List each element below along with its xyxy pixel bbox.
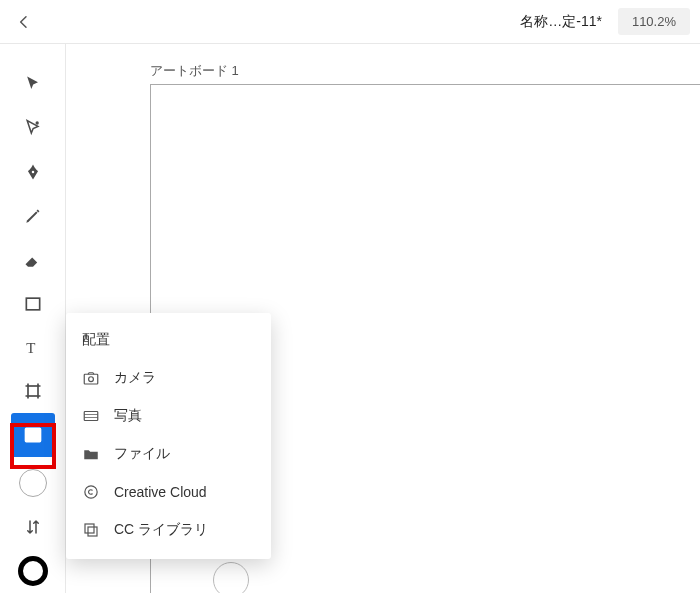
- popup-item-camera[interactable]: カメラ: [68, 359, 269, 397]
- back-button[interactable]: [10, 8, 38, 36]
- artboard-icon: [23, 381, 43, 401]
- swap-fill-stroke[interactable]: [11, 505, 55, 549]
- selection-tool[interactable]: [11, 62, 55, 106]
- folder-icon: [82, 445, 100, 463]
- svg-text:T: T: [26, 340, 35, 356]
- pen-icon: [23, 162, 43, 182]
- popup-item-files[interactable]: ファイル: [68, 435, 269, 473]
- type-tool[interactable]: T: [11, 326, 55, 370]
- artboard-tool[interactable]: [11, 369, 55, 413]
- pointer-icon: [23, 74, 43, 94]
- svg-point-0: [35, 121, 38, 124]
- svg-point-1: [31, 171, 34, 174]
- artboard-label: アートボード 1: [150, 62, 239, 80]
- shape-tool[interactable]: [11, 282, 55, 326]
- popup-item-creative-cloud[interactable]: Creative Cloud: [68, 473, 269, 511]
- popup-item-photos[interactable]: 写真: [68, 397, 269, 435]
- svg-rect-2: [26, 298, 39, 310]
- document-title: 名称…定-11*: [520, 13, 602, 31]
- image-icon: [23, 425, 43, 445]
- secondary-swatch[interactable]: [213, 562, 249, 593]
- type-icon: T: [23, 337, 43, 357]
- pen-tool[interactable]: [11, 150, 55, 194]
- popup-item-cc-libraries[interactable]: CC ライブラリ: [68, 511, 269, 549]
- cc-icon: [82, 483, 100, 501]
- topbar: 名称…定-11* 110.2%: [0, 0, 700, 44]
- pencil-icon: [23, 206, 43, 226]
- popup-item-label: 写真: [114, 407, 142, 425]
- toolbar: T: [0, 44, 66, 593]
- fill-swatch[interactable]: [11, 461, 55, 505]
- svg-point-9: [89, 377, 94, 382]
- direct-select-icon: [23, 118, 43, 138]
- svg-rect-8: [84, 374, 98, 384]
- popup-title: 配置: [68, 327, 269, 359]
- camera-icon: [82, 369, 100, 387]
- eraser-icon: [23, 250, 43, 270]
- photos-icon: [82, 407, 100, 425]
- place-popup: 配置 カメラ 写真 ファイル Creative Cloud CC ライブラリ: [66, 313, 271, 559]
- zoom-level[interactable]: 110.2%: [618, 8, 690, 35]
- direct-selection-tool[interactable]: [11, 106, 55, 150]
- svg-rect-12: [85, 524, 94, 533]
- fill-circle-icon: [19, 469, 47, 497]
- stroke-swatch[interactable]: [11, 549, 55, 593]
- place-image-tool[interactable]: [11, 413, 55, 457]
- chevron-left-icon: [16, 14, 32, 30]
- svg-rect-13: [88, 527, 97, 536]
- svg-rect-10: [84, 412, 98, 421]
- popup-item-label: カメラ: [114, 369, 156, 387]
- eraser-tool[interactable]: [11, 238, 55, 282]
- swap-arrows-icon: [24, 518, 42, 536]
- svg-point-11: [85, 486, 97, 498]
- rectangle-icon: [23, 294, 43, 314]
- svg-point-7: [29, 432, 32, 435]
- popup-item-label: Creative Cloud: [114, 484, 207, 500]
- svg-rect-4: [28, 386, 38, 396]
- popup-item-label: CC ライブラリ: [114, 521, 208, 539]
- cc-libraries-icon: [82, 521, 100, 539]
- popup-item-label: ファイル: [114, 445, 170, 463]
- pencil-tool[interactable]: [11, 194, 55, 238]
- stroke-ring-icon: [18, 556, 48, 586]
